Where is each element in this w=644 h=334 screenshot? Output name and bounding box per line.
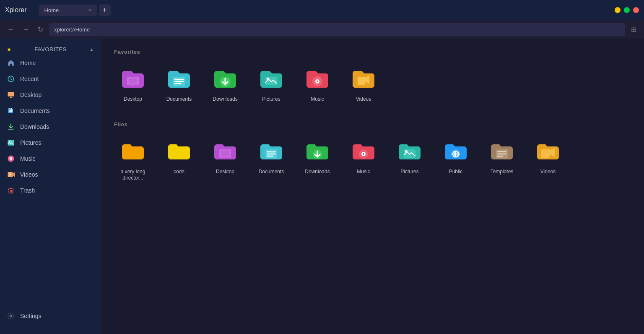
settings-icon [7,312,15,320]
file-longdir-item[interactable]: a very long director... [114,135,152,185]
fav-videos-icon [350,66,377,93]
sidebar-settings-label: Settings [20,313,42,319]
tabs-area: Home × + [39,4,111,16]
file-music-item[interactable]: Music [345,135,382,185]
fav-videos-item[interactable]: Videos [345,63,382,106]
close-button[interactable] [633,7,639,13]
file-pictures-item[interactable]: Pictures [391,135,428,185]
sidebar-item-trash[interactable]: Trash [0,183,101,198]
file-documents-label: Documents [259,169,284,175]
file-downloads-item[interactable]: Downloads [299,135,336,185]
sidebar-item-settings[interactable]: Settings [0,308,101,324]
file-templates-icon [488,138,515,165]
sidebar-item-recent[interactable]: Recent [0,71,101,87]
recent-icon [7,75,15,83]
files-grid: a very long director... code [114,135,631,185]
fav-documents-item[interactable]: Documents [160,63,198,106]
file-longdir-label: a very long director... [117,169,148,182]
file-public-label: Public [449,169,463,175]
fav-downloads-icon [212,66,239,93]
fav-videos-label: Videos [356,96,371,103]
title-bar-left: Xplorer Home × + [5,4,111,16]
file-downloads-label: Downloads [305,169,330,175]
fav-desktop-label: Desktop [124,96,142,103]
collapse-icon[interactable]: ▲ [90,47,94,52]
svg-rect-1 [8,92,14,97]
favorites-section: Favorites Desktop [114,49,631,106]
sidebar-item-music[interactable]: Music [0,151,101,167]
sidebar-item-pictures[interactable]: Pictures [0,135,101,151]
home-icon [7,59,15,67]
svg-rect-26 [358,77,365,85]
file-desktop-label: Desktop [216,169,234,175]
sidebar-desktop-label: Desktop [20,91,42,98]
file-code-label: code [174,169,184,175]
sidebar-music-label: Music [20,155,36,162]
file-templates-label: Templates [491,169,514,175]
fav-pictures-label: Pictures [262,96,280,103]
svg-marker-9 [13,172,15,177]
sidebar-item-home[interactable]: Home [0,55,101,71]
sidebar-item-documents[interactable]: Documents [0,103,101,119]
tab-close-button[interactable]: × [88,7,91,13]
files-section-title: Files [114,121,631,128]
file-code-item[interactable]: code [160,135,198,185]
svg-rect-15 [131,85,135,86]
sidebar-favorites-header[interactable]: ★ Favorites ▲ [0,44,101,55]
view-toggle-button[interactable]: ⊞ [628,24,639,35]
fav-desktop-icon [119,66,146,93]
file-code-icon [166,138,192,165]
file-videos-item[interactable]: Videos [529,135,567,185]
fav-music-icon [304,66,331,93]
sidebar: ★ Favorites ▲ Home Recent [0,39,101,334]
svg-point-25 [317,81,318,82]
sidebar-trash-label: Trash [20,187,35,194]
maximize-button[interactable] [624,7,630,13]
svg-point-7 [10,157,12,160]
file-public-icon [442,138,469,165]
new-tab-button[interactable]: + [99,4,111,16]
sidebar-downloads-label: Downloads [20,123,49,130]
videos-icon [7,170,15,179]
downloads-icon [7,123,15,131]
sidebar-item-downloads[interactable]: Downloads [0,119,101,135]
back-button[interactable]: ← [5,24,17,35]
toolbar: ← → ↻ ⊞ [0,20,644,39]
pictures-icon [7,138,15,147]
file-public-item[interactable]: Public [437,135,475,185]
svg-rect-13 [129,78,137,84]
title-bar: Xplorer Home × + [0,0,644,20]
sidebar-item-desktop[interactable]: Desktop [0,87,101,103]
music-icon [7,154,15,163]
tab-home[interactable]: Home × [39,5,97,16]
svg-point-40 [405,150,408,153]
fav-documents-icon [166,66,192,93]
fav-desktop-item[interactable]: Desktop [114,63,152,106]
svg-rect-29 [221,151,229,156]
content-area: Favorites Desktop [101,39,644,334]
sidebar-pictures-label: Pictures [20,139,42,146]
fav-music-item[interactable]: Music [299,63,336,106]
fav-downloads-item[interactable]: Downloads [206,63,244,106]
tab-label: Home [44,7,59,13]
main-layout: ★ Favorites ▲ Home Recent [0,39,644,334]
sidebar-documents-label: Documents [20,107,50,114]
refresh-button[interactable]: ↻ [35,24,46,35]
sidebar-item-videos[interactable]: Videos [0,167,101,183]
file-templates-item[interactable]: Templates [483,135,521,185]
file-downloads-icon [304,138,331,165]
file-desktop-item[interactable]: Desktop [206,135,244,185]
fav-pictures-item[interactable]: Pictures [252,63,290,106]
favorites-grid: Desktop Documents [114,63,631,106]
address-bar[interactable] [49,23,625,36]
forward-button[interactable]: → [20,24,32,35]
svg-point-38 [363,153,364,155]
file-documents-icon [258,138,285,165]
file-pictures-icon [396,138,423,165]
file-documents-item[interactable]: Documents [252,135,290,185]
sidebar-videos-label: Videos [20,171,38,178]
favorites-label: Favorites [34,46,67,52]
file-desktop-icon [212,138,239,165]
minimize-button[interactable] [615,7,621,13]
documents-icon [7,107,15,115]
